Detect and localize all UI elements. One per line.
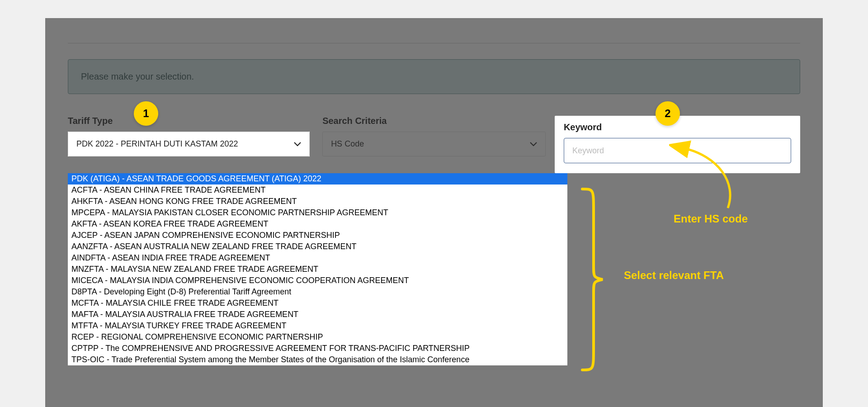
tariff-type-option[interactable]: TPS-OIC - Trade Preferential System amon… (68, 354, 567, 365)
info-banner-text: Please make your selection. (81, 71, 194, 81)
tariff-type-option[interactable]: MPCEPA - MALAYSIA PAKISTAN CLOSER ECONOM… (68, 207, 567, 218)
tariff-type-option[interactable]: MTFTA - MALAYSIA TURKEY FREE TRADE AGREE… (68, 320, 567, 331)
tariff-type-option[interactable]: MNZFTA - MALAYSIA NEW ZEALAND FREE TRADE… (68, 264, 567, 275)
search-criteria-label: Search Criteria (322, 116, 546, 126)
arrow-annotation-icon (669, 138, 755, 215)
tariff-type-option[interactable]: MAFTA - MALAYSIA AUSTRALIA FREE TRADE AG… (68, 309, 567, 320)
chevron-down-icon (294, 140, 301, 148)
tariff-type-selected-value: PDK 2022 - PERINTAH DUTI KASTAM 2022 (76, 139, 238, 149)
tariff-type-option[interactable]: AJCEP - ASEAN JAPAN COMPREHENSIVE ECONOM… (68, 230, 567, 241)
annotation-badge-1-text: 1 (143, 107, 149, 120)
tariff-type-option[interactable]: D8PTA - Developing Eight (D-8) Preferent… (68, 286, 567, 298)
annotation-badge-2: 2 (656, 101, 680, 126)
tariff-type-option[interactable]: CPTPP - The COMPREHENSIVE AND PROGRESSIV… (68, 343, 567, 354)
keyword-label: Keyword (564, 122, 791, 133)
tariff-type-label: Tariff Type (68, 116, 313, 126)
search-criteria-selected-value: HS Code (331, 139, 364, 149)
tariff-type-option[interactable]: AANZFTA - ASEAN AUSTRALIA NEW ZEALAND FR… (68, 241, 567, 252)
tariff-type-option[interactable]: PDK (ATIGA) - ASEAN TRADE GOODS AGREEMEN… (68, 173, 567, 185)
info-banner: Please make your selection. (68, 59, 800, 94)
search-criteria-select[interactable]: HS Code (322, 132, 546, 156)
tariff-type-option[interactable]: AINDFTA - ASEAN INDIA FREE TRADE AGREEME… (68, 252, 567, 264)
tariff-type-option[interactable]: ACFTA - ASEAN CHINA FREE TRADE AGREEMENT (68, 185, 567, 196)
tariff-type-option[interactable]: MICECA - MALAYSIA INDIA COMPREHENSIVE EC… (68, 275, 567, 286)
tariff-type-option[interactable]: AHKFTA - ASEAN HONG KONG FREE TRADE AGRE… (68, 196, 567, 207)
annotation-badge-2-text: 2 (665, 107, 670, 120)
tariff-type-option[interactable]: AKFTA - ASEAN KOREA FREE TRADE AGREEMENT (68, 218, 567, 230)
chevron-down-icon (530, 140, 537, 148)
curly-brace-icon (578, 185, 605, 374)
tariff-type-dropdown[interactable]: PDK (ATIGA) - ASEAN TRADE GOODS AGREEMEN… (68, 173, 567, 365)
annotation-select-fta: Select relevant FTA (624, 269, 724, 282)
divider (68, 43, 800, 43)
tariff-type-select[interactable]: PDK 2022 - PERINTAH DUTI KASTAM 2022 (68, 132, 310, 156)
annotation-badge-1: 1 (134, 101, 158, 126)
tariff-type-option[interactable]: MCFTA - MALAYSIA CHILE FREE TRADE AGREEM… (68, 298, 567, 309)
keyword-placeholder-text: Keyword (572, 146, 604, 156)
tariff-type-option[interactable]: RCEP - REGIONAL COMPREHENSIVE ECONOMIC P… (68, 331, 567, 343)
